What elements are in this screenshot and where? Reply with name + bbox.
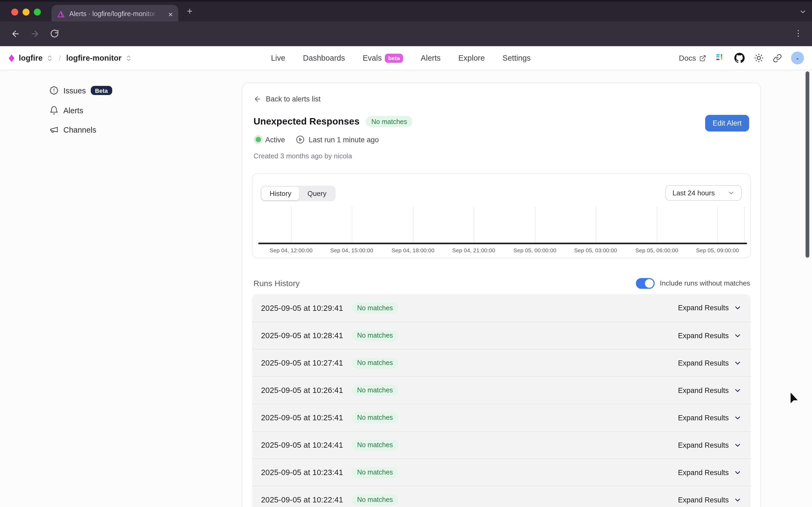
logfire-logo-icon	[8, 54, 15, 62]
chevron-down-icon	[734, 441, 742, 449]
include-runs-toggle[interactable]	[636, 278, 654, 288]
run-row[interactable]: 2025-09-05 at 10:23:41 No matches Expand…	[252, 458, 751, 486]
theme-sun-icon[interactable]	[754, 53, 764, 63]
chevrons-up-down-icon[interactable]	[47, 54, 53, 61]
nav-item-dashboards[interactable]: Dashboards	[303, 54, 345, 62]
expand-results-button[interactable]: Expand Results	[678, 496, 742, 504]
nav-item-evals[interactable]: Evalsbeta	[363, 53, 403, 62]
window-close-button[interactable]	[11, 9, 18, 15]
run-match-badge: No matches	[352, 330, 398, 341]
chart-gridline	[474, 207, 474, 243]
panel-tab-group: History Query	[261, 186, 336, 201]
x-tick-label: Sep 05, 00:00:00	[503, 247, 567, 253]
chevron-down-icon	[734, 304, 742, 312]
run-match-badge: No matches	[352, 302, 398, 314]
chart-x-axis	[258, 243, 747, 244]
window-zoom-button[interactable]	[34, 9, 41, 15]
bell-icon	[49, 106, 59, 115]
sidebar-item-issues[interactable]: Issues Beta	[49, 86, 112, 95]
run-match-badge: No matches	[352, 357, 398, 369]
run-timestamp: 2025-09-05 at 10:28:41	[261, 331, 343, 340]
run-timestamp: 2025-09-05 at 10:25:41	[261, 413, 343, 422]
megaphone-icon	[49, 125, 59, 134]
sidebar-item-alerts[interactable]: Alerts	[49, 106, 83, 115]
expand-results-button[interactable]: Expand Results	[678, 468, 742, 476]
x-tick-label: Sep 04, 12:00:00	[259, 247, 323, 253]
chevrons-up-down-icon[interactable]	[125, 54, 132, 61]
browser-tab[interactable]: Alerts · logfire/logfire-monitor ×	[52, 5, 178, 23]
chevron-down-icon	[734, 359, 742, 367]
expand-results-button[interactable]: Expand Results	[678, 332, 742, 340]
breadcrumb-separator: /	[59, 54, 61, 62]
forward-icon[interactable]	[30, 29, 40, 39]
runs-history-heading: Runs History	[254, 279, 300, 288]
run-timestamp: 2025-09-05 at 10:22:41	[261, 496, 343, 504]
chevron-down-icon	[734, 496, 742, 504]
run-timestamp: 2025-09-05 at 10:26:41	[261, 386, 343, 395]
back-icon[interactable]	[11, 29, 20, 39]
chevron-down-icon	[728, 189, 735, 196]
run-row[interactable]: 2025-09-05 at 10:27:41 No matches Expand…	[252, 349, 751, 376]
breadcrumb-project[interactable]: logfire-monitor	[66, 54, 121, 62]
user-avatar[interactable]: -	[791, 52, 804, 64]
alert-created-text: Created 3 months ago by nicola	[254, 152, 352, 160]
run-row[interactable]: 2025-09-05 at 10:25:41 No matches Expand…	[252, 404, 751, 431]
run-row[interactable]: 2025-09-05 at 10:26:41 No matches Expand…	[252, 376, 751, 404]
run-timestamp: 2025-09-05 at 10:23:41	[261, 468, 343, 477]
run-row[interactable]: 2025-09-05 at 10:28:41 No matches Expand…	[252, 322, 751, 349]
tab-title: Alerts · logfire/logfire-monitor	[69, 10, 160, 18]
alert-detail-panel: Back to alerts list Unexpected Responses…	[242, 83, 761, 507]
docs-link[interactable]: Docs	[679, 54, 706, 62]
x-tick-label: Sep 04, 15:00:00	[320, 247, 384, 253]
window-minimize-button[interactable]	[22, 9, 30, 15]
tab-history[interactable]: History	[262, 187, 300, 200]
run-row[interactable]: 2025-09-05 at 10:29:41 No matches Expand…	[252, 294, 751, 322]
play-circle-icon	[296, 135, 305, 144]
chart-gridline	[291, 207, 291, 243]
expand-results-button[interactable]: Expand Results	[678, 304, 742, 312]
sidebar-item-label: Alerts	[63, 106, 83, 115]
chevron-down-icon	[734, 413, 742, 421]
header-actions: Docs -	[679, 46, 804, 70]
run-match-badge: No matches	[352, 412, 398, 423]
reload-icon[interactable]	[50, 29, 59, 38]
nav-item-settings[interactable]: Settings	[502, 54, 531, 62]
tab-close-icon[interactable]: ×	[168, 10, 173, 18]
share-link-icon[interactable]	[773, 53, 782, 62]
nav-item-alerts[interactable]: Alerts	[421, 54, 441, 62]
arrow-left-icon	[254, 95, 262, 103]
back-to-alerts-link[interactable]: Back to alerts list	[254, 95, 321, 103]
run-row[interactable]: 2025-09-05 at 10:24:41 No matches Expand…	[252, 431, 751, 458]
issues-badge-alert-icon	[49, 86, 59, 95]
expand-results-button[interactable]: Expand Results	[678, 386, 742, 394]
tab-search-chevron-icon[interactable]	[799, 8, 807, 15]
active-status-dot	[256, 137, 261, 142]
page-scrollbar-thumb[interactable]	[806, 71, 809, 258]
x-tick-label: Sep 04, 21:00:00	[441, 247, 506, 253]
breadcrumb-org[interactable]: logfire	[19, 54, 43, 62]
browser-menu-icon[interactable]: ⋮	[794, 29, 802, 38]
chevron-down-icon	[734, 386, 742, 394]
x-tick-label: Sep 05, 09:00:00	[685, 247, 750, 253]
app-header: logfire / logfire-monitor Live Dashboard…	[0, 46, 812, 70]
expand-results-button[interactable]: Expand Results	[678, 413, 742, 421]
sidebar-item-label: Issues	[63, 86, 86, 95]
tab-favicon-logfire-icon	[57, 10, 65, 18]
chart-gridline	[352, 207, 352, 243]
edit-alert-button[interactable]: Edit Alert	[705, 115, 749, 131]
new-tab-button[interactable]: +	[187, 6, 193, 17]
sidebar-item-channels[interactable]: Channels	[49, 125, 96, 134]
tab-query[interactable]: Query	[300, 187, 335, 200]
time-range-select[interactable]: Last 24 hours	[665, 185, 742, 201]
nav-item-explore[interactable]: Explore	[458, 54, 485, 62]
chart-gridline	[744, 207, 745, 243]
run-timestamp: 2025-09-05 at 10:24:41	[261, 441, 343, 449]
slack-icon[interactable]	[715, 53, 725, 63]
run-timestamp: 2025-09-05 at 10:29:41	[261, 303, 343, 312]
expand-results-button[interactable]: Expand Results	[678, 359, 742, 367]
run-row[interactable]: 2025-09-05 at 10:22:41 No matches Expand…	[252, 486, 751, 507]
expand-results-button[interactable]: Expand Results	[678, 441, 742, 449]
nav-item-live[interactable]: Live	[271, 54, 285, 62]
screen: Alerts · logfire/logfire-monitor × + log…	[0, 0, 812, 507]
github-icon[interactable]	[734, 53, 745, 63]
